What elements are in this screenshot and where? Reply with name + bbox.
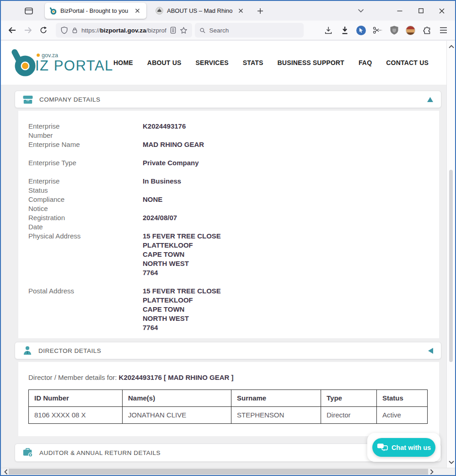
search-bar[interactable] (195, 23, 304, 38)
reload-button[interactable] (36, 22, 51, 38)
director-intro: Director / Member details for: K20244931… (28, 373, 429, 382)
field-physical-address: Physical Address 15 FEVER TREE CLOSE PLA… (28, 232, 429, 277)
main-navigation: HOME ABOUT US SERVICES STATS BUSINESS SU… (113, 59, 445, 66)
menu-button[interactable] (436, 23, 451, 38)
nav-faq[interactable]: FAQ (359, 59, 372, 66)
reader-mode-icon[interactable] (170, 27, 177, 34)
maximize-button[interactable] (410, 1, 431, 21)
collapse-triangle-left-icon[interactable] (428, 348, 433, 354)
bizportal-favicon (49, 7, 57, 15)
nav-business-support[interactable]: BUSINESS SUPPORT (278, 59, 344, 66)
section-title: DIRECTOR DETAILS (38, 347, 101, 354)
tab-bizportal[interactable]: BizPortal - Brought to you by th (45, 3, 146, 19)
chevron-down-icon (449, 460, 454, 464)
cell-status: Active (377, 407, 428, 424)
new-tab-button[interactable] (253, 4, 267, 18)
director-person-icon (23, 346, 32, 355)
section-title: AUDITOR & ANNUAL RETURN DETAILS (39, 449, 161, 456)
firefox-view-button[interactable] (21, 3, 37, 19)
screenshot-extension-button[interactable] (370, 23, 385, 38)
url-bar[interactable]: https://bizportal.gov.za/bizprofile. (56, 23, 192, 38)
page-content: COMPANY DETAILS Enterprise Number K20244… (1, 85, 446, 468)
forward-button[interactable] (20, 22, 36, 38)
back-button[interactable] (5, 22, 20, 38)
puzzle-piece-icon (423, 26, 431, 35)
url-text: https://bizportal.gov.za/bizprofile. (81, 27, 166, 34)
tab-about-us[interactable]: ABOUT US – Mad Rhino Gear (151, 3, 250, 19)
profile-avatar-button[interactable] (403, 23, 418, 38)
cell-type: Director (321, 407, 377, 424)
close-window-button[interactable] (431, 1, 452, 21)
logo-wordmark: IZ PORTAL (35, 59, 113, 74)
tab-close-button[interactable] (236, 6, 245, 16)
vertical-scrollbar[interactable] (446, 41, 455, 468)
director-details-header[interactable]: DIRECTOR DETAILS (15, 342, 441, 359)
field-enterprise-type: Enterprise Type Private Company (28, 158, 429, 177)
list-all-tabs-button[interactable] (354, 4, 368, 18)
close-icon (238, 8, 243, 13)
logo-text: gov.za IZ PORTAL (35, 52, 113, 74)
scrollbar-thumb[interactable] (9, 469, 428, 475)
chevron-right-icon (430, 469, 434, 475)
director-intro-company: K2024493176 [ MAD RHINO GEAR ] (119, 373, 234, 381)
nav-stats[interactable]: STATS (243, 59, 263, 66)
company-details-header[interactable]: COMPANY DETAILS (15, 91, 441, 108)
field-postal-address: Postal Address 15 FEVER TREE CLOSE PLATT… (28, 287, 429, 332)
nav-contact-us[interactable]: CONTACT US (386, 59, 429, 66)
tab-bar: BizPortal - Brought to you by th ABOUT U… (1, 1, 455, 21)
nav-services[interactable]: SERVICES (196, 59, 229, 66)
bookmark-star-icon[interactable] (180, 27, 188, 34)
field-compliance-notice: Compliance Notice NONE (28, 195, 429, 213)
bold-download-icon (340, 26, 349, 35)
col-id-number: ID Number (29, 390, 123, 407)
tab-title: ABOUT US – Mad Rhino Gear (167, 7, 232, 14)
field-enterprise-number: Enterprise Number K2024493176 (28, 122, 429, 140)
minimize-button[interactable] (389, 1, 410, 21)
rhino-favicon (156, 7, 163, 15)
ublock-origin-button[interactable] (387, 23, 401, 38)
search-input[interactable] (209, 27, 299, 34)
field-registration-date: Registration Date 2024/08/07 (28, 213, 429, 232)
window-controls (354, 1, 452, 21)
firefox-view-icon (24, 6, 34, 16)
download-helper-button[interactable] (338, 23, 352, 38)
browser-toolbar: https://bizportal.gov.za/bizprofile. (1, 21, 455, 40)
chat-with-us-button[interactable]: Chat with us (372, 438, 435, 457)
company-details-panel: Enterprise Number K2024493176 Enterprise… (18, 111, 439, 338)
chevron-left-icon (4, 469, 8, 475)
scroll-down-button[interactable] (448, 459, 455, 465)
downloads-button[interactable] (321, 23, 335, 38)
table-row: 8106 XXXX 08 X JONATHAN CLIVE STEPHENSON… (29, 407, 428, 424)
scroll-left-button[interactable] (2, 468, 9, 475)
company-box-icon (23, 95, 33, 104)
reload-icon (39, 26, 48, 34)
scroll-up-button[interactable] (448, 43, 455, 50)
director-details-panel: Director / Member details for: K20244931… (18, 362, 439, 436)
chat-label: Chat with us (392, 444, 431, 451)
toolbar-extensions (321, 23, 451, 38)
page-viewport: gov.za IZ PORTAL HOME ABOUT US SERVICES … (1, 41, 455, 468)
plus-icon (257, 8, 263, 14)
scrollbar-thumb[interactable] (449, 170, 453, 362)
extensions-button[interactable] (420, 23, 434, 38)
cell-surname: STEPHENSON (231, 407, 321, 424)
minimize-icon (397, 8, 402, 14)
tab-close-button[interactable] (133, 6, 142, 16)
field-enterprise-status: Enterprise Status In Business (28, 177, 429, 195)
maximize-icon (418, 8, 424, 13)
collapse-triangle-up-icon[interactable] (427, 97, 433, 102)
forward-arrow-icon (24, 27, 32, 34)
site-header: gov.za IZ PORTAL HOME ABOUT US SERVICES … (1, 41, 455, 85)
cursor-extension-button[interactable] (354, 23, 368, 38)
scroll-right-button[interactable] (428, 468, 435, 475)
nav-about-us[interactable]: ABOUT US (147, 59, 182, 66)
nav-home[interactable]: HOME (113, 59, 133, 66)
cell-id-number: 8106 XXXX 08 X (29, 407, 123, 424)
horizontal-scrollbar[interactable] (1, 468, 455, 475)
bizportal-logo[interactable]: gov.za IZ PORTAL (11, 49, 113, 77)
browser-window: BizPortal - Brought to you by th ABOUT U… (0, 0, 456, 476)
field-enterprise-name: Enterprise Name MAD RHINO GEAR (28, 140, 429, 158)
col-surname: Surname (231, 390, 321, 407)
chevron-down-icon (358, 9, 364, 13)
lock-icon (71, 27, 78, 34)
